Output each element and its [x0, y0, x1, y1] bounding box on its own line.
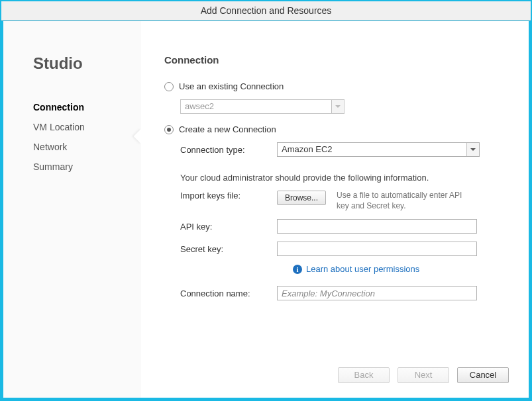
connection-type-label: Connection type:: [180, 145, 277, 155]
api-key-label: API key:: [180, 222, 277, 232]
title-bar: Add Connection and Resources: [1, 1, 531, 21]
button-label: Back: [354, 370, 374, 380]
browse-button[interactable]: Browse...: [277, 191, 326, 205]
import-keys-hint: Use a file to automatically enter API ke…: [337, 191, 476, 211]
button-label: Cancel: [470, 370, 496, 380]
nav-step-label: VM Location: [33, 122, 85, 132]
chevron-down-icon: [470, 148, 476, 151]
chevron-down-icon: [335, 105, 341, 108]
secret-key-input[interactable]: [277, 242, 477, 256]
import-keys-label: Import keys file:: [180, 191, 277, 200]
button-label: Next: [415, 370, 433, 380]
sidebar: Studio Connection VM Location Network Su…: [3, 21, 141, 398]
select-value: Amazon EC2: [278, 143, 466, 156]
nav-step-label: Network: [33, 142, 67, 152]
cancel-button[interactable]: Cancel: [457, 367, 509, 383]
footer-buttons: Back Next Cancel: [338, 367, 509, 383]
radio-label: Create a new Connection: [179, 124, 276, 134]
nav-step-network[interactable]: Network: [33, 142, 141, 152]
api-key-input[interactable]: [277, 219, 477, 234]
nav-step-connection[interactable]: Connection: [33, 102, 141, 112]
admin-info-text: Your cloud administrator should provide …: [180, 173, 509, 183]
back-button[interactable]: Back: [338, 367, 390, 383]
connection-type-select[interactable]: Amazon EC2: [277, 142, 480, 157]
select-value: awsec2: [181, 100, 331, 113]
learn-permissions-link[interactable]: Learn about user permissions: [306, 264, 419, 274]
nav-step-label: Connection: [33, 102, 84, 112]
secret-key-row: Secret key:: [180, 242, 509, 256]
radio-label: Use an existing Connection: [179, 81, 284, 91]
info-icon: i: [293, 265, 302, 274]
existing-connection-select[interactable]: awsec2: [180, 99, 345, 114]
secret-key-label: Secret key:: [180, 244, 277, 254]
connection-type-row: Connection type: Amazon EC2: [180, 142, 509, 157]
api-key-row: API key:: [180, 219, 509, 234]
connection-name-label: Connection name:: [180, 289, 277, 298]
connection-name-row: Connection name:: [180, 286, 509, 300]
nav-step-label: Summary: [33, 161, 73, 172]
next-button[interactable]: Next: [398, 367, 449, 383]
radio-icon: [164, 125, 174, 134]
main-panel: Connection Use an existing Connection aw…: [141, 21, 529, 398]
dialog-window: Add Connection and Resources Studio Conn…: [0, 0, 532, 401]
nav-step-summary[interactable]: Summary: [33, 161, 141, 172]
browse-button-label: Browse...: [285, 193, 318, 202]
dropdown-button[interactable]: [466, 143, 479, 156]
learn-permissions-row: i Learn about user permissions: [277, 264, 509, 274]
app-brand: Studio: [33, 54, 141, 73]
connection-name-input[interactable]: [277, 286, 477, 300]
import-keys-row: Import keys file: Browse... Use a file t…: [180, 191, 509, 211]
dialog-body: Studio Connection VM Location Network Su…: [3, 21, 529, 398]
existing-connection-option[interactable]: Use an existing Connection: [164, 81, 509, 91]
create-connection-option[interactable]: Create a new Connection: [164, 124, 509, 134]
radio-icon: [164, 82, 174, 91]
page-heading: Connection: [164, 54, 509, 66]
window-title: Add Connection and Resources: [201, 5, 332, 16]
dropdown-button[interactable]: [331, 100, 344, 113]
nav-step-vm-location[interactable]: VM Location: [33, 122, 141, 132]
